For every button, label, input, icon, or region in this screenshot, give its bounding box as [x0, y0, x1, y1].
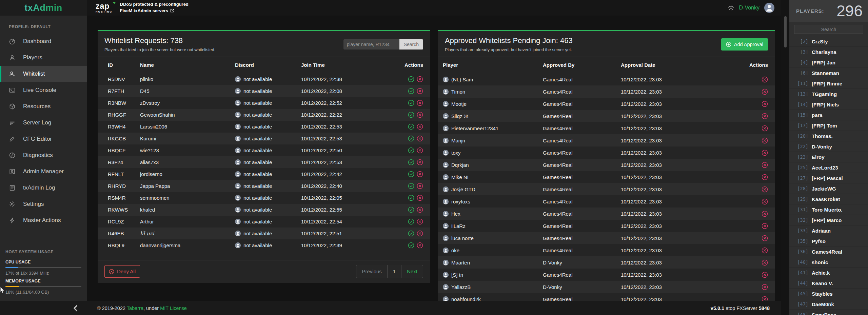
sidebar-item-diagnostics[interactable]: Diagnostics: [0, 147, 87, 163]
player-list-item[interactable]: [17][FRP] Tom: [789, 120, 868, 131]
player-list-item[interactable]: [33]Adriaan: [789, 225, 868, 236]
player-list-item[interactable]: [4][FRP] Jan: [789, 57, 868, 68]
sidebar-item-server-log[interactable]: Server Log: [0, 115, 87, 131]
theme-toggle-icon[interactable]: [728, 4, 734, 11]
player-list-item[interactable]: [31]Toro Muerto.: [789, 204, 868, 215]
requests-search-button[interactable]: Search: [399, 39, 423, 50]
deny-request-button[interactable]: [417, 242, 423, 249]
sidebar-item-whitelist[interactable]: Whitelist: [0, 66, 87, 82]
sidebar-item-live-console[interactable]: Live Console: [0, 82, 87, 98]
sidebar-item-settings[interactable]: Settings: [0, 196, 87, 212]
remove-approval-button[interactable]: [762, 259, 768, 266]
user-menu[interactable]: D-Vonky: [739, 5, 760, 11]
player-list-item[interactable]: [20]Thomas.: [789, 131, 868, 141]
player-list-item[interactable]: [28]JackieWG: [789, 183, 868, 194]
remove-approval-button[interactable]: [762, 186, 768, 193]
remove-approval-button[interactable]: [762, 125, 768, 132]
player-list-item[interactable]: [29]KaasKroket: [789, 194, 868, 204]
player-list-item[interactable]: [25]AceLord23: [789, 162, 868, 173]
deny-request-button[interactable]: [417, 135, 423, 142]
player-list-item[interactable]: [6]Stanneman: [789, 68, 868, 78]
player-list-item[interactable]: [35]Pyfso: [789, 236, 868, 247]
player-list-item[interactable]: [15]para: [789, 110, 868, 120]
avatar[interactable]: [764, 3, 774, 13]
player-list-item[interactable]: [14][FRP] Niels: [789, 99, 868, 110]
remove-approval-button[interactable]: [762, 223, 768, 229]
pagination-previous[interactable]: Previous: [356, 265, 387, 278]
add-approval-button[interactable]: Add Approval: [721, 38, 768, 51]
remove-approval-button[interactable]: [762, 247, 768, 254]
pagination-page-number[interactable]: 1: [388, 265, 401, 278]
players-scrollbar-thumb[interactable]: [784, 16, 787, 47]
deny-request-button[interactable]: [417, 88, 423, 94]
sidebar-item-resources[interactable]: Resources: [0, 98, 87, 115]
remove-approval-button[interactable]: [762, 284, 768, 290]
player-list-item[interactable]: [13]TGgaming: [789, 89, 868, 99]
players-search-input[interactable]: [794, 25, 863, 34]
remove-approval-button[interactable]: [762, 235, 768, 241]
requests-search-input[interactable]: [343, 39, 399, 50]
deny-request-button[interactable]: [417, 159, 423, 165]
player-list-item[interactable]: [27][FRP] Pascal: [789, 173, 868, 183]
remove-approval-button[interactable]: [762, 211, 768, 217]
deny-request-button[interactable]: [417, 218, 423, 225]
deny-all-button[interactable]: Deny All: [104, 265, 140, 278]
sidebar-item-cfg-editor[interactable]: CFG Editor: [0, 131, 87, 147]
txadmin-logo[interactable]: txAdmin: [24, 3, 62, 13]
remove-approval-button[interactable]: [762, 137, 768, 144]
tabarra-link[interactable]: Tabarra: [127, 306, 143, 311]
deny-request-button[interactable]: [417, 100, 423, 106]
remove-approval-button[interactable]: [762, 162, 768, 168]
player-list-item[interactable]: [36]Games4Real: [789, 247, 868, 257]
deny-request-button[interactable]: [417, 147, 423, 154]
approve-request-button[interactable]: [408, 206, 414, 213]
deny-request-button[interactable]: [417, 76, 423, 82]
player-list-item[interactable]: [48]SonyBass: [789, 310, 868, 315]
approve-request-button[interactable]: [408, 171, 414, 177]
approve-request-button[interactable]: [408, 123, 414, 130]
player-list-item[interactable]: [41]Achie.k: [789, 268, 868, 278]
player-list-item[interactable]: [47]DaeM0nk: [789, 299, 868, 310]
remove-approval-button[interactable]: [762, 272, 768, 278]
player-list-item[interactable]: [40]shonic: [789, 257, 868, 268]
player-list-item[interactable]: [3]Charlayna: [789, 47, 868, 57]
remove-approval-button[interactable]: [762, 174, 768, 180]
player-list-item[interactable]: [32][FRP] Marco: [789, 215, 868, 225]
collapse-sidebar-icon[interactable]: [72, 304, 79, 312]
approve-request-button[interactable]: [408, 100, 414, 106]
remove-approval-button[interactable]: [762, 296, 768, 301]
approve-request-button[interactable]: [408, 159, 414, 165]
remove-approval-button[interactable]: [762, 88, 768, 95]
approve-request-button[interactable]: [408, 195, 414, 201]
remove-approval-button[interactable]: [762, 150, 768, 156]
approve-request-button[interactable]: [408, 112, 414, 118]
sidebar-item-master-actions[interactable]: Master Actions: [0, 212, 87, 229]
deny-request-button[interactable]: [417, 230, 423, 237]
approve-request-button[interactable]: [408, 88, 414, 94]
mit-license-link[interactable]: MIT License: [160, 306, 187, 311]
remove-approval-button[interactable]: [762, 113, 768, 119]
deny-request-button[interactable]: [417, 123, 423, 130]
approve-request-button[interactable]: [408, 242, 414, 249]
player-list-item[interactable]: [2]CrzSty: [789, 36, 868, 47]
approve-request-button[interactable]: [408, 230, 414, 237]
remove-approval-button[interactable]: [762, 101, 768, 107]
deny-request-button[interactable]: [417, 195, 423, 201]
sidebar-item-dashboard[interactable]: Dashboard: [0, 33, 87, 50]
approve-request-button[interactable]: [408, 147, 414, 154]
approve-request-button[interactable]: [408, 135, 414, 142]
player-list-item[interactable]: [23]Elroy: [789, 152, 868, 162]
player-list-item[interactable]: [44]Keano V.: [789, 278, 868, 289]
approve-request-button[interactable]: [408, 76, 414, 82]
player-list-item[interactable]: [11][FRP] Rinnie: [789, 78, 868, 89]
remove-approval-button[interactable]: [762, 198, 768, 205]
zap-banner[interactable]: zap HOSTING DDoS protected & preconfigur…: [96, 1, 189, 14]
deny-request-button[interactable]: [417, 171, 423, 177]
player-list-item[interactable]: [45]Staybles: [789, 289, 868, 299]
pagination-next[interactable]: Next: [401, 265, 423, 278]
player-list-item[interactable]: [22]D-Vonky: [789, 141, 868, 152]
approve-request-button[interactable]: [408, 183, 414, 189]
deny-request-button[interactable]: [417, 183, 423, 189]
sidebar-item-admin-manager[interactable]: Admin Manager: [0, 163, 87, 180]
remove-approval-button[interactable]: [762, 76, 768, 83]
